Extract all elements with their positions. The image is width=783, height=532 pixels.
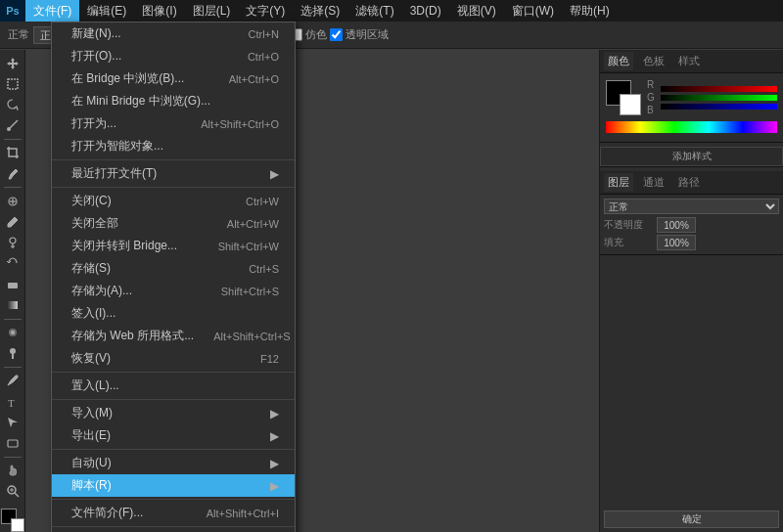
menu-item-close-bridge[interactable]: 关闭并转到 Bridge... Shift+Ctrl+W [52,235,295,257]
blend-mode-select[interactable]: 正常 [604,199,779,214]
svg-point-12 [10,348,16,354]
fg-bg-swatches [606,80,641,115]
color-sliders [661,86,777,110]
menu-item-import[interactable]: 导入(M) ▶ [52,402,295,424]
tool-magic-wand[interactable] [2,116,23,135]
color-labels: R G B [647,79,655,115]
b-slider[interactable] [661,104,777,110]
tool-pen[interactable] [2,372,23,390]
tool-clone[interactable] [2,234,23,252]
menu-item-mini-bridge[interactable]: 在 Mini Bridge 中浏览(G)... [52,90,295,112]
add-style-section: 添加样式 [600,143,783,167]
menu-window[interactable]: 窗口(W) [504,0,562,22]
menu-view[interactable]: 视图(V) [449,0,504,22]
tool-gradient[interactable] [2,295,23,314]
menu-select[interactable]: 选择(S) [293,0,347,22]
menu-item-revert[interactable]: 恢复(V) F12 [52,347,295,370]
menu-file[interactable]: 文件(F) [25,0,79,22]
menu-filter[interactable]: 滤镜(T) [347,0,401,22]
r-slider[interactable] [661,86,777,92]
menu-item-open-as[interactable]: 打开为... Alt+Shift+Ctrl+O [52,112,295,135]
svg-point-6 [10,238,16,244]
fill-row-label: 填充 [604,236,653,249]
menu-item-close[interactable]: 关闭(C) Ctrl+W [52,190,295,212]
menu-item-bridge[interactable]: 在 Bridge 中浏览(B)... Alt+Ctrl+O [52,67,295,90]
menu-item-file-info[interactable]: 文件简介(F)... Alt+Shift+Ctrl+I [52,502,295,524]
menu-item-open[interactable]: 打开(O)... Ctrl+O [52,45,295,67]
tool-brush[interactable] [2,212,23,231]
tab-swatch[interactable]: 色板 [639,52,668,70]
tool-panel: T [0,50,25,532]
fill-row-input[interactable] [657,235,696,250]
menu-item-checkin[interactable]: 签入(I)... [52,302,295,325]
opacity-row: 不透明度 [604,217,779,233]
add-style-button[interactable]: 添加样式 [600,147,783,166]
g-slider[interactable] [661,95,777,101]
color-panel-content: R G B [600,73,783,143]
menu-help[interactable]: 帮助(H) [562,0,618,22]
menu-image[interactable]: 图像(I) [134,0,184,22]
tool-lasso[interactable] [2,95,23,113]
tool-eyedropper[interactable] [2,164,23,183]
svg-point-2 [7,127,11,131]
menu-item-close-all[interactable]: 关闭全部 Alt+Ctrl+W [52,212,295,235]
menu-item-smart-obj[interactable]: 打开为智能对象... [52,135,295,157]
color-spectrum[interactable] [606,121,777,133]
menu-bar: Ps 文件(F) 编辑(E) 图像(I) 图层(L) 文字(Y) 选择(S) 滤… [0,0,783,22]
tab-paths[interactable]: 路径 [674,173,704,192]
tool-shape[interactable] [2,433,23,452]
color-panel-tabs: 颜色 色板 样式 [600,50,783,73]
separator-5 [52,449,295,450]
tool-move[interactable] [2,54,23,72]
menu-layer[interactable]: 图层(L) [185,0,239,22]
transparency-checkbox[interactable] [330,28,343,41]
tool-hand[interactable] [2,462,23,480]
separator-6 [52,499,295,500]
menu-item-save-web[interactable]: 存储为 Web 所用格式... Alt+Shift+Ctrl+S [52,325,295,347]
separator-7 [52,526,295,527]
tab-layers[interactable]: 图层 [604,173,633,192]
svg-line-1 [10,120,18,128]
menu-item-place[interactable]: 置入(L)... [52,375,295,397]
tool-dodge[interactable] [2,344,23,363]
tool-zoom[interactable] [2,482,23,501]
background-color[interactable] [11,518,24,532]
menu-item-automate[interactable]: 自动(U) ▶ [52,452,295,474]
confirm-button[interactable]: 确定 [604,510,779,528]
tool-divider-5 [4,457,22,458]
menu-item-new[interactable]: 新建(N)... Ctrl+N [52,22,295,45]
separator-3 [52,372,295,373]
color-swatch[interactable] [1,509,24,532]
bg-swatch[interactable] [620,94,641,115]
separator-2 [52,187,295,188]
menu-item-save[interactable]: 存储(S) Ctrl+S [52,257,295,280]
menu-item-scripts[interactable]: 脚本(R) ▶ [52,474,295,497]
layers-list [600,255,783,503]
svg-rect-8 [8,283,18,288]
menu-item-recent[interactable]: 最近打开文件(T) ▶ [52,162,295,185]
color-b-label: B [647,105,655,115]
tool-rect-select[interactable] [2,74,23,93]
tool-text[interactable]: T [2,392,23,411]
tool-heal[interactable] [2,192,23,210]
tool-blur[interactable] [2,323,23,341]
tab-color[interactable]: 颜色 [604,52,633,70]
opacity-row-input[interactable] [657,217,696,233]
menu-item-save-as[interactable]: 存储为(A)... Shift+Ctrl+S [52,280,295,302]
menu-item-export[interactable]: 导出(E) ▶ [52,424,295,447]
svg-text:T: T [8,397,15,409]
tool-history-brush[interactable] [2,254,23,273]
layers-panel-tabs: 图层 通道 路径 [600,171,783,195]
separator-4 [52,399,295,400]
tool-crop[interactable] [2,144,23,162]
tab-channels[interactable]: 通道 [639,173,668,192]
fill-row: 填充 [604,235,779,250]
file-menu: 新建(N)... Ctrl+N 打开(O)... Ctrl+O 在 Bridge… [51,22,296,532]
menu-edit[interactable]: 编辑(E) [79,0,134,22]
color-swatches-row: R G B [606,79,777,115]
menu-text[interactable]: 文字(Y) [238,0,293,22]
menu-3d[interactable]: 3D(D) [402,0,449,22]
tab-style[interactable]: 样式 [674,52,704,70]
tool-path-select[interactable] [2,413,23,431]
tool-eraser[interactable] [2,275,23,293]
